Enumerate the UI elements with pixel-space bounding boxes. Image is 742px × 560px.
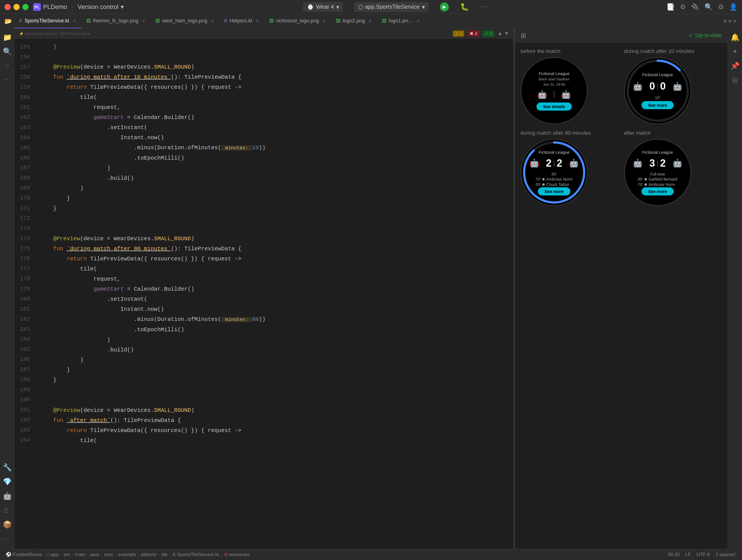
close-button[interactable] [4, 4, 11, 10]
more-run-icon[interactable]: ⋯ [480, 3, 487, 11]
statusbar-left: ⚽ FootballScore › □ app › src › main › j… [6, 552, 250, 557]
sidebar-problems-icon[interactable]: ⚠ [3, 506, 12, 515]
right-sidebar-notifications-icon[interactable]: 🔔 [731, 33, 739, 42]
device-selector[interactable]: ⌚ Wear 4 ▾ [303, 2, 343, 12]
tab-bar: 📂 K SportsTileService.kt ✕ 🖼 themes_fc_l… [0, 14, 742, 29]
watch-during-10: Fictional League 🤖 0 | 0 🤖 10' [624, 57, 691, 124]
see-details-button[interactable]: See details [536, 102, 572, 111]
code-text[interactable]: } @Preview(device = WearDevices.SMALL_RO… [34, 39, 514, 549]
code-line-157: @Preview(device = WearDevices.SMALL_ROUN… [40, 62, 514, 72]
plugins-icon[interactable]: 🔌 [691, 3, 699, 11]
traffic-lights [4, 4, 29, 10]
tab-themes-fc-logo[interactable]: 🖼 themes_fc_logo.png ✕ [81, 14, 150, 28]
after-away-icon: 🤖 [673, 158, 682, 168]
preview-layout-icon[interactable]: ⊞ [521, 32, 526, 40]
bookmarks-icon[interactable]: 📑 [667, 3, 675, 11]
watch-before-match: Fictional League Back road Stadium Jun 2… [521, 57, 588, 124]
hint-count[interactable]: ✔ 5 [483, 31, 494, 37]
indent[interactable]: 2 spaces* [716, 552, 736, 557]
sidebar-search-icon[interactable]: 🔍 [3, 47, 12, 56]
before-match-label: before the match [521, 48, 561, 54]
sidebar-gradle-icon[interactable]: 📦 [3, 520, 12, 529]
during-10-teams: 🤖 0 | 0 🤖 [633, 81, 682, 92]
tab-richmond-logo[interactable]: 🖼 richmond_logo.png ✕ [264, 14, 331, 28]
minimize-button[interactable] [13, 4, 19, 10]
breadcrumb-example[interactable]: example [118, 552, 136, 557]
sidebar-more-icon[interactable]: ⋯ [4, 76, 10, 83]
sidebar-project-icon[interactable]: 📁 [3, 33, 12, 42]
see-more-button-10[interactable]: See more [641, 101, 674, 109]
preferences-icon[interactable]: ⚙ [718, 3, 724, 11]
see-more-button-80[interactable]: See more [538, 187, 570, 195]
tab-close-themes[interactable]: ✕ [142, 18, 145, 23]
sidebar-design-icon[interactable]: 💎 [3, 477, 12, 486]
sep-2: › [60, 552, 62, 557]
error-count[interactable]: ✖ 4 [468, 31, 479, 37]
service-chevron: ▾ [422, 4, 425, 10]
breadcrumb-main-label: main [75, 552, 86, 557]
line-ending[interactable]: LF [685, 552, 691, 557]
tab-close-richmond[interactable]: ✕ [322, 18, 326, 23]
tab-west-ham-logo[interactable]: 🖼 west_ham_logo.png ✕ [150, 14, 219, 28]
breadcrumb-java[interactable]: java [91, 552, 99, 557]
tab-close-westham[interactable]: ✕ [211, 18, 214, 23]
warning-count[interactable]: ⚠ 1 [453, 31, 465, 37]
tab-overflow[interactable]: ≡ ≡ × [720, 14, 740, 28]
before-match-content: Fictional League Back road Stadium Jun 2… [536, 71, 572, 111]
settings-icon[interactable]: ⚙ [680, 3, 686, 11]
tab-logo1[interactable]: 🖼 logo1.pn… ✕ [377, 14, 425, 28]
preview-panel: ⊞ ✓ Up-to-date before the match Fictiona… [515, 29, 728, 549]
cursor-position[interactable]: 56:43 [668, 552, 680, 557]
expand-icon[interactable]: ▲ ▼ [497, 31, 509, 36]
breadcrumb-app[interactable]: □ app [47, 552, 59, 557]
version-control[interactable]: Version control ▾ [78, 3, 124, 11]
breadcrumb-main[interactable]: main [75, 552, 86, 557]
account-icon[interactable]: 👤 [729, 3, 738, 11]
app-name[interactable]: PL PLDemo [33, 3, 67, 11]
see-more-button-after[interactable]: See more [641, 187, 674, 195]
preview-grid: before the match Fictional League Back r… [521, 48, 722, 206]
tab-close-logo2[interactable]: ✕ [368, 18, 372, 23]
run-button[interactable]: ▶ [440, 3, 449, 11]
right-sidebar-bookmarks-icon[interactable]: 📌 [731, 62, 739, 70]
breadcrumb-src[interactable]: src [64, 552, 70, 557]
charset[interactable]: UTF-8 [696, 552, 710, 557]
right-sidebar-assistant-icon[interactable]: ✦ [732, 47, 738, 56]
tab-close-sportsTileService[interactable]: ✕ [72, 18, 76, 23]
breadcrumb-function[interactable]: ⊙ resources [224, 552, 250, 557]
debug-icon[interactable]: 🐛 [460, 3, 469, 11]
module-icon: □ [47, 552, 50, 557]
fullscreen-button[interactable] [22, 4, 29, 10]
hint-badge: ✔ 5 [483, 31, 494, 37]
during-10-league: Fictional League [642, 72, 673, 77]
breadcrumb-function-label: resources [229, 552, 250, 557]
breadcrumb-root[interactable]: ⚽ FootballScore [6, 552, 42, 557]
right-sidebar-structure-icon[interactable]: ⊞ [732, 76, 738, 85]
tab-helpers[interactable]: K Helpers.kt ✕ [219, 14, 264, 28]
tab-close-logo1[interactable]: ✕ [416, 18, 420, 23]
code-area[interactable]: 155 156 157 158 159 160 161 162 163 164 … [14, 39, 514, 549]
breadcrumb-pldemo[interactable]: pldemo [141, 552, 157, 557]
service-selector[interactable]: ⬡ app.SportsTileService ▾ [354, 2, 429, 12]
breadcrumb-file[interactable]: K SportsTileService.kt [172, 552, 219, 557]
sidebar-bottom-more[interactable]: ⋯ [3, 534, 12, 543]
tab-logo2[interactable]: 🖼 logo2.png ✕ [331, 14, 377, 28]
tab-sportsTileService[interactable]: K SportsTileService.kt ✕ [14, 14, 81, 28]
tab-close-helpers[interactable]: ✕ [256, 18, 259, 23]
project-tree-icon[interactable]: 📂 [2, 14, 14, 28]
code-line-160: tile( [40, 92, 514, 102]
sidebar-plugins-icon[interactable]: 🔧 [3, 463, 12, 472]
code-line-176: return TilePreviewData({ resources() }) … [40, 254, 514, 264]
code-line-173 [40, 224, 514, 234]
sidebar-vcs-icon[interactable]: ⑂ [5, 62, 9, 70]
breadcrumb-com[interactable]: com [104, 552, 113, 557]
sidebar-android-icon[interactable]: 🤖 [3, 492, 12, 500]
during-10-score: 0 | 0 [649, 81, 666, 92]
error-badge: ✖ 4 [468, 31, 479, 37]
breadcrumb-tile[interactable]: tile [162, 552, 168, 557]
after-home-icon: 🤖 [633, 158, 643, 168]
before-match-teams: 🤖 🤖 [537, 90, 571, 99]
device-chevron: ▾ [336, 4, 339, 10]
search-icon[interactable]: 🔍 [704, 3, 713, 11]
sep-5: › [101, 552, 103, 557]
